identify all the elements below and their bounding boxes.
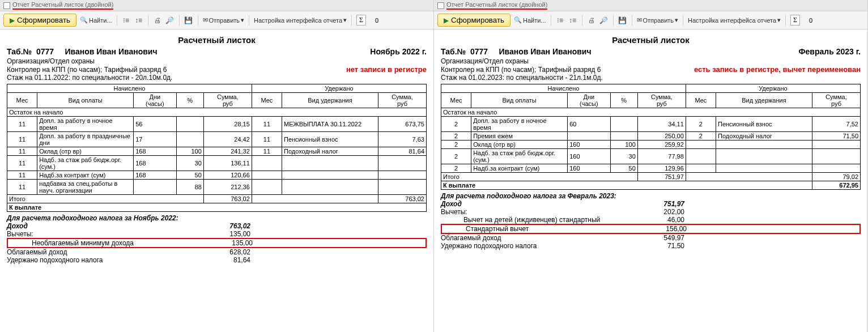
th-deducted: Удержано [252,84,426,93]
print-icon[interactable]: 🖨 [587,16,596,25]
tree-icon[interactable]: ⁝≡ [122,16,131,25]
send-link[interactable]: ✉Отправить▾ [637,16,679,24]
window-title: Отчет Расчетный листок (двойной) [12,1,113,10]
sigma-button[interactable]: Σ [790,15,800,25]
table-row: 11Надб.за контракт (сум)16850120,66 [7,171,427,180]
tab-no-label: Таб.№ [441,47,466,56]
org: Организация/Отдел охраны [7,57,427,65]
table-row: 2Допл. за работу в ночное время6034,112П… [441,117,861,132]
table-row: 11Надб. за стаж раб бюдж.орг. (сум.)1683… [7,156,427,171]
period: Февраль 2023 г. [799,47,861,56]
th-accrued: Начислено [7,84,252,93]
pane-left: Отчет Расчетный листок (двойной) ▶Сформи… [0,0,434,332]
tab-no: 0777 [470,47,488,56]
titlebar-left: Отчет Расчетный листок (двойной) [0,0,433,11]
table-row: 11Допл. за работу в ночное время5628,151… [7,117,427,132]
position: Контролер на КПП (по часам); Тарифный ра… [441,66,601,74]
mail-icon: ✉ [637,16,642,24]
save-icon[interactable]: 💾 [618,16,627,25]
stage: Стаж на 01.02.2023: по специальности - 2… [441,74,861,82]
annotation: нет записи в регистре [346,65,427,74]
highlighted-deduction: Необлагаемый минимум дохода135,00 [7,238,427,248]
th-deducted: Удержано [686,84,860,93]
table-row: 2Премия ежем250,002Подоходный налог71,50 [441,132,861,141]
tab-no-label: Таб.№ [7,47,32,56]
sigma-button[interactable]: Σ [356,15,366,25]
stage: Стаж на 01.11.2022: по специальности - 2… [7,74,427,82]
sigma-value: 0 [375,17,378,24]
titlebar-right: Отчет Расчетный листок (двойной) [434,0,867,11]
toolbar-left: ▶Сформировать 🔍Найти... ⁝≡ ↕≡ 🖨 🔎 💾 ✉Отп… [0,11,433,29]
send-link[interactable]: ✉Отправить▾ [203,16,245,24]
preview-icon[interactable]: 🔎 [165,16,175,25]
payroll-table: Начислено Удержано Мес Вид оплаты Дни (ч… [7,84,427,212]
th-accrued: Начислено [441,84,686,93]
search-icon: 🔍 [80,16,88,24]
form-button[interactable]: ▶Сформировать [437,14,510,27]
fio: Иванов Иван Иванович [65,47,158,56]
collapse-icon[interactable]: ↕≡ [134,16,143,25]
tab-no: 0777 [36,47,54,56]
save-icon[interactable]: 💾 [184,16,193,25]
document-icon [3,2,10,9]
table-row: 2Оклад (отр вр)160100259,92 [441,141,861,149]
table-row: 2Надб. за стаж раб бюдж.орг. (сум.)16030… [441,149,861,164]
tax-summary: Для расчета подоходного налога за Феврал… [441,192,861,250]
settings-link[interactable]: Настройка интерфейса отчета▾ [688,16,781,24]
collapse-icon[interactable]: ↕≡ [568,16,577,25]
preview-icon[interactable]: 🔎 [599,16,609,25]
toolbar-right: ▶Сформировать 🔍Найти... ⁝≡ ↕≡ 🖨 🔎 💾 ✉Отп… [434,11,867,29]
table-row: 11надбавка за спец.работы в науч. органи… [7,180,427,195]
fio: Иванов Иван Иванович [499,47,592,56]
pane-right: Отчет Расчетный листок (двойной) ▶Сформи… [434,0,868,332]
window-title: Отчет Расчетный листок (двойной) [446,1,547,10]
sigma-value: 0 [809,17,812,24]
table-row: 2Надб.за контракт (сум)16050129,96 [441,164,861,173]
report-content-left: Расчетный листок Таб.№ 0777 Иванов Иван … [0,29,433,332]
highlighted-deduction: Стандартный вычет156,00 [441,224,861,234]
annotation: есть запись в регистре, вычет переименов… [694,65,861,74]
print-icon[interactable]: 🖨 [153,16,162,25]
find-link[interactable]: 🔍Найти... [80,16,112,24]
org: Организация/Отдел охраны [441,57,861,65]
payroll-table: Начислено Удержано Мес Вид оплаты Дни (ч… [441,84,861,190]
form-button[interactable]: ▶Сформировать [3,14,76,27]
tax-summary: Для расчета подоходного налога за Ноябрь… [7,214,427,264]
position: Контролер на КПП (по часам); Тарифный ра… [7,66,167,74]
settings-link[interactable]: Настройка интерфейса отчета▾ [254,16,347,24]
play-icon: ▶ [10,16,15,24]
doc-title: Расчетный листок [441,35,861,45]
period: Ноябрь 2022 г. [370,47,427,56]
table-row: 11Оклад (отр вр)168100241,3211Подоходный… [7,147,427,156]
search-icon: 🔍 [514,16,522,24]
find-link[interactable]: 🔍Найти... [514,16,546,24]
tree-icon[interactable]: ⁝≡ [556,16,565,25]
document-icon [437,2,444,9]
play-icon: ▶ [444,16,449,24]
doc-title: Расчетный листок [7,35,427,45]
table-row: 11Допл. за работу в праздничные дни1724,… [7,132,427,147]
report-content-right: Расчетный листок Таб.№ 0777 Иванов Иван … [434,29,867,332]
mail-icon: ✉ [203,16,208,24]
